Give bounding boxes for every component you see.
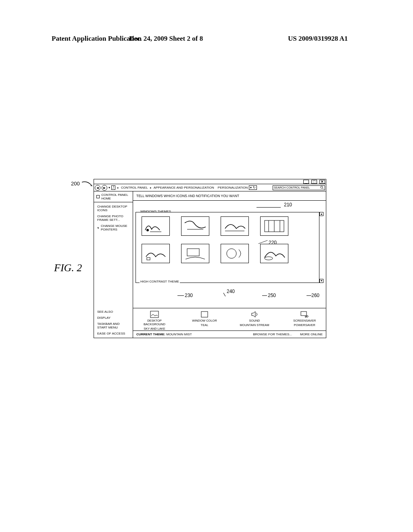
ref-260: 260 <box>311 293 319 298</box>
ref-230: 230 <box>185 293 193 298</box>
sidebar-item-photo-frame[interactable]: CHANGE PHOTO FRAME SETT... <box>97 214 129 222</box>
header-center: Dec. 24, 2009 Sheet 2 of 8 <box>129 35 203 43</box>
breadcrumb-personalization[interactable]: PERSONALIZATION <box>218 186 248 189</box>
ref-220: 220 <box>269 240 277 245</box>
chevron-down-icon[interactable]: ▾ <box>108 186 110 189</box>
theme-thumbnail[interactable] <box>221 244 249 263</box>
color-swatch-icon <box>200 311 209 318</box>
nav-back-button[interactable]: ◄ <box>95 185 100 191</box>
picture-icon <box>150 311 159 318</box>
svg-point-14 <box>307 316 308 317</box>
leader-250 <box>262 295 267 296</box>
status-row: CURRENT THEME: MOUNTAIN MIST BROWSE FOR … <box>133 330 326 338</box>
search-icon <box>320 186 324 189</box>
sidebar-item-display[interactable]: DISPLAY <box>97 316 129 320</box>
close-button[interactable]: ✕ <box>319 180 325 184</box>
settings-row: DESKTOP BACKGROUND SKY AND LAKE WINDOW C… <box>133 308 326 330</box>
main-title: TELL WINDOWS WHICH ICONS AND NOTIFICATIO… <box>133 191 326 201</box>
titlebar: _ □ ✕ <box>94 179 326 184</box>
nav-forward-button[interactable]: ► <box>102 185 107 191</box>
leader-260 <box>307 295 311 296</box>
svg-rect-11 <box>150 311 159 318</box>
control-panel-home-label: CONTROL PANEL HOME <box>101 193 130 200</box>
search-input[interactable]: SEARCH CONTROL PANEL <box>273 185 325 190</box>
theme-thumbnail[interactable] <box>260 216 288 236</box>
sidebar-item-taskbar[interactable]: TASKBAR AND START MENU <box>97 322 129 329</box>
main-pane: TELL WINDOWS WHICH ICONS AND NOTIFICATIO… <box>133 191 326 338</box>
breadcrumb-control-panel[interactable]: CONTROL PANEL <box>121 186 148 189</box>
svg-rect-7 <box>147 258 150 260</box>
svg-point-10 <box>265 257 273 260</box>
breadcrumb-sep-icon <box>149 186 152 189</box>
section-high-contrast: HIGH CONTRAST THEME <box>140 280 180 283</box>
sidebar-item-desktop-icons[interactable]: CHANGE DESKTOP ICONS <box>97 205 129 212</box>
theme-thumbnail[interactable] <box>260 244 288 263</box>
svg-rect-8 <box>187 249 199 256</box>
address-dropdown[interactable]: ▾ ↻ <box>249 185 257 190</box>
setting-sound[interactable]: SOUND MOUNTAIN STREAM <box>237 311 272 330</box>
pointer-icon <box>97 226 100 230</box>
speaker-icon <box>250 311 259 318</box>
theme-thumbnail[interactable] <box>221 216 249 236</box>
setting-desktop-background[interactable]: DESKTOP BACKGROUND SKY AND LAKE <box>137 311 172 330</box>
toolbar: ◄ ► ▾ ⤴ CONTROL PANEL APPEARANCE AND PER… <box>94 184 326 191</box>
theme-thumbnail[interactable] <box>181 216 209 236</box>
ref-200: 200 <box>71 181 80 187</box>
monitor-icon <box>96 195 100 198</box>
breadcrumb-appearance[interactable]: APPEARANCE AND PERSONALIZATION <box>154 186 214 189</box>
scroll-down-button[interactable]: ▾ <box>319 279 323 283</box>
ref-240: 240 <box>227 289 235 294</box>
more-online-link[interactable]: MORE ONLINE <box>300 332 323 336</box>
setting-screensaver[interactable]: SCREENSAVER POWERSAVER <box>287 311 322 330</box>
svg-point-9 <box>227 249 236 258</box>
ref-210: 210 <box>284 202 292 208</box>
sidebar-item-mouse-pointers[interactable]: CHANGE MOUSE POINTERS <box>97 224 129 231</box>
screensaver-icon <box>300 311 309 318</box>
header-right: US 2009/0319928 A1 <box>288 35 348 43</box>
sidebar-item-ease-of-access[interactable]: EASE OF ACCESS <box>97 332 129 335</box>
svg-point-2 <box>146 229 149 231</box>
folder-up-icon[interactable]: ⤴ <box>111 185 115 190</box>
control-panel-home-link[interactable]: CONTROL PANEL HOME <box>94 191 133 202</box>
svg-rect-13 <box>301 312 307 316</box>
sidebar: CONTROL PANEL HOME CHANGE DESKTOP ICONS … <box>94 191 133 338</box>
ref-250: 250 <box>268 293 276 298</box>
arrow-200-icon <box>82 181 93 187</box>
svg-point-15 <box>305 316 307 318</box>
header-left: Patent Application Publication <box>52 35 142 43</box>
theme-thumbnail[interactable] <box>142 244 170 263</box>
search-placeholder: SEARCH CONTROL PANEL <box>274 186 319 189</box>
svg-line-1 <box>322 188 323 189</box>
setting-window-color[interactable]: WINDOW COLOR TEAL <box>187 311 222 330</box>
see-also-label: SEE ALSO <box>97 310 129 314</box>
browse-themes-link[interactable]: BROWSE FOR THEMES... <box>253 332 292 336</box>
maximize-button[interactable]: □ <box>311 180 317 184</box>
minimize-button[interactable]: _ <box>303 180 309 184</box>
themes-list <box>136 212 319 283</box>
breadcrumb-sep-icon <box>117 186 120 189</box>
leader-230 <box>177 295 184 296</box>
theme-thumbnail[interactable] <box>142 216 170 236</box>
theme-thumbnail[interactable] <box>181 244 209 263</box>
leader-210 <box>257 207 281 208</box>
scroll-up-button[interactable]: ▴ <box>319 212 323 216</box>
svg-rect-12 <box>201 312 208 317</box>
current-theme: CURRENT THEME: MOUNTAIN MIST <box>136 332 192 336</box>
figure-label: FIG. 2 <box>54 262 82 274</box>
